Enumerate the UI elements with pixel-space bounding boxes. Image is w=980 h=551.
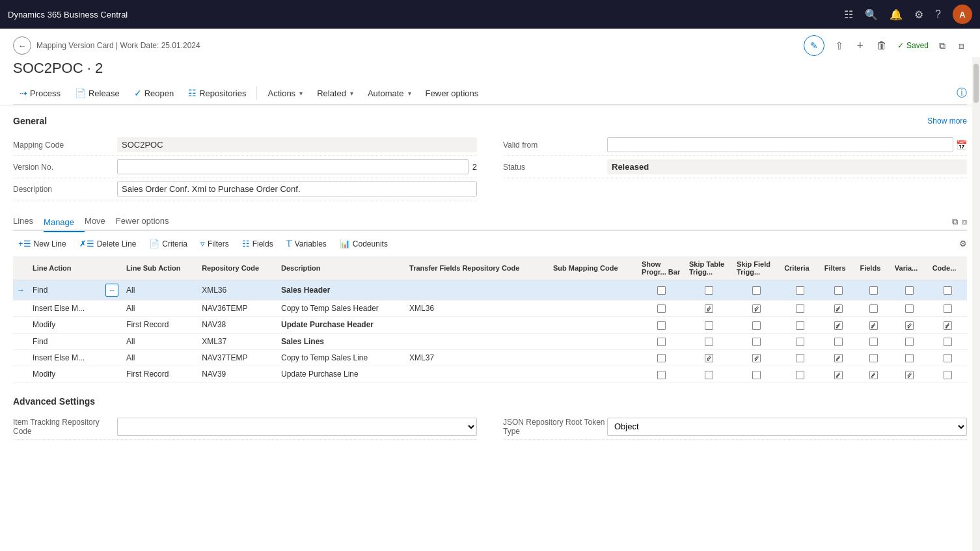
delete-button[interactable]: 🗑 [874, 37, 890, 54]
checkbox[interactable] [752, 338, 761, 346]
checkbox-cell-fields[interactable] [856, 280, 890, 301]
scrollbar-track[interactable] [972, 57, 980, 551]
checkbox[interactable] [869, 338, 878, 346]
checkbox-cell-fields[interactable]: ✓ [856, 317, 890, 333]
checkbox[interactable] [944, 371, 952, 379]
checkbox-cell-show_progr[interactable] [638, 349, 685, 366]
checkbox-cell-skip_field[interactable]: ✓ [733, 301, 780, 317]
lines-fullscreen-icon[interactable]: ⧈ [962, 217, 967, 227]
checkbox[interactable] [657, 304, 666, 313]
checkbox[interactable] [752, 321, 761, 330]
checkbox[interactable] [796, 338, 804, 346]
checkbox-cell-skip_table[interactable]: ✓ [685, 301, 733, 317]
checkbox[interactable] [869, 354, 878, 362]
checkbox[interactable]: ✓ [705, 354, 713, 362]
checkbox-cell-varia[interactable]: ✓ [891, 366, 929, 383]
col-header-transfer-fields[interactable]: Transfer Fields Repository Code [405, 256, 549, 280]
checkbox-cell-criteria[interactable] [780, 366, 821, 383]
fewer-options-button[interactable]: Fewer options [419, 85, 485, 101]
checkbox[interactable] [657, 338, 666, 346]
checkbox[interactable] [705, 371, 713, 379]
checkbox[interactable] [657, 286, 666, 295]
checkbox-cell-skip_field[interactable]: ✓ [733, 349, 780, 366]
share-button[interactable]: ⇧ [832, 37, 846, 55]
col-header-show-progr[interactable]: Show Progr... Bar [638, 256, 685, 280]
table-row[interactable]: Insert Else M...AllNAV36TEMPCopy to Temp… [13, 301, 967, 317]
checkbox[interactable]: ✓ [944, 321, 952, 330]
checkbox-cell-fields[interactable] [856, 301, 890, 317]
expand-button[interactable]: ⧉ [936, 38, 948, 54]
edit-button[interactable]: ✎ [804, 35, 824, 56]
reopen-button[interactable]: ✓ Reopen [128, 85, 181, 101]
checkbox[interactable]: ✓ [905, 321, 914, 330]
checkbox[interactable]: ✓ [869, 321, 878, 330]
show-more-link[interactable]: Show more [927, 116, 967, 126]
checkbox[interactable]: ✓ [705, 304, 713, 313]
checkbox-cell-show_progr[interactable] [638, 317, 685, 333]
checkbox[interactable] [869, 304, 878, 313]
checkbox[interactable] [705, 286, 713, 295]
checkbox[interactable] [905, 338, 914, 346]
user-avatar[interactable]: A [953, 5, 972, 24]
search-icon[interactable]: 🔍 [865, 8, 878, 21]
checkbox-cell-fields[interactable] [856, 333, 890, 349]
checkbox[interactable]: ✓ [752, 304, 761, 313]
checkbox[interactable]: ✓ [905, 371, 914, 379]
checkbox[interactable] [752, 286, 761, 295]
checkbox[interactable]: ✓ [752, 354, 761, 362]
checkbox[interactable] [796, 354, 804, 362]
checkbox-cell-criteria[interactable] [780, 333, 821, 349]
checkbox-cell-fields[interactable] [856, 349, 890, 366]
checkbox-cell-filters[interactable] [821, 333, 856, 349]
checkbox[interactable] [657, 321, 666, 330]
process-button[interactable]: ⇢ Process [13, 85, 67, 101]
checkbox-cell-filters[interactable] [821, 280, 856, 301]
checkbox[interactable] [752, 371, 761, 379]
checkbox-cell-code[interactable] [929, 333, 967, 349]
table-row[interactable]: ModifyFirst RecordNAV39Update Purchase L… [13, 366, 967, 383]
checkbox-cell-filters[interactable]: ✓ [821, 301, 856, 317]
checkbox-cell-skip_field[interactable] [733, 333, 780, 349]
checkbox[interactable] [944, 304, 952, 313]
checkbox[interactable]: ✓ [834, 354, 843, 362]
checkbox[interactable] [705, 338, 713, 346]
col-header-sub-action[interactable]: Line Sub Action [122, 256, 198, 280]
checkbox-cell-show_progr[interactable] [638, 333, 685, 349]
table-settings-icon[interactable]: ⚙ [959, 239, 967, 249]
checkbox-cell-filters[interactable]: ✓ [821, 317, 856, 333]
add-button[interactable]: + [854, 36, 866, 55]
table-row[interactable]: Insert Else M...AllNAV37TEMPCopy to Temp… [13, 349, 967, 366]
row-dots-button[interactable]: ··· [105, 284, 118, 297]
col-header-line-action[interactable]: Line Action [29, 256, 102, 280]
back-button[interactable]: ← [13, 36, 31, 55]
checkbox[interactable] [796, 371, 804, 379]
checkbox-cell-varia[interactable] [891, 349, 929, 366]
checkbox-cell-code[interactable] [929, 366, 967, 383]
checkbox-cell-skip_field[interactable] [733, 280, 780, 301]
col-header-sub-mapping[interactable]: Sub Mapping Code [549, 256, 638, 280]
col-header-criteria[interactable]: Criteria [780, 256, 821, 280]
checkbox-cell-filters[interactable]: ✓ [821, 349, 856, 366]
col-header-code[interactable]: Code... [929, 256, 967, 280]
actions-button[interactable]: Actions [261, 85, 309, 101]
checkbox[interactable] [905, 354, 914, 362]
lines-expand-icon[interactable]: ⧉ [952, 217, 958, 227]
table-row[interactable]: FindAllXML37Sales Lines [13, 333, 967, 349]
checkbox-cell-varia[interactable] [891, 280, 929, 301]
checkbox-cell-varia[interactable] [891, 301, 929, 317]
col-header-filters[interactable]: Filters [821, 256, 856, 280]
checkbox-cell-varia[interactable]: ✓ [891, 317, 929, 333]
release-button[interactable]: 📄 Release [68, 85, 126, 101]
col-header-description[interactable]: Description [277, 256, 405, 280]
calendar-icon[interactable]: 📅 [956, 140, 967, 150]
checkbox-cell-varia[interactable] [891, 333, 929, 349]
codeunits-button[interactable]: 📊 Codeunits [334, 236, 393, 251]
checkbox-cell-code[interactable]: ✓ [929, 317, 967, 333]
checkbox-cell-code[interactable] [929, 301, 967, 317]
checkbox-cell-code[interactable] [929, 280, 967, 301]
tab-move[interactable]: Move [85, 213, 116, 230]
related-button[interactable]: Related [310, 85, 360, 101]
variables-button[interactable]: 𝕋 Variables [281, 236, 332, 251]
checkbox[interactable] [944, 338, 952, 346]
checkbox[interactable] [944, 354, 952, 362]
